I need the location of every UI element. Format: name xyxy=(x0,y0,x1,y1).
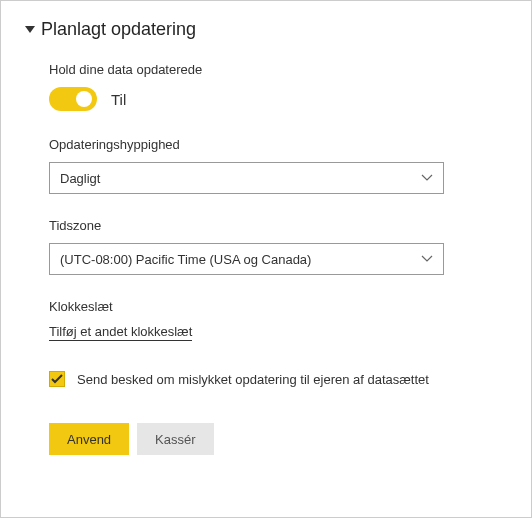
checkmark-icon xyxy=(51,374,63,384)
toggle-knob xyxy=(76,91,92,107)
chevron-down-icon xyxy=(421,255,433,263)
add-time-link[interactable]: Tilføj et andet klokkeslæt xyxy=(49,324,192,341)
timezone-label: Tidszone xyxy=(49,218,507,233)
discard-button[interactable]: Kassér xyxy=(137,423,213,455)
keep-data-toggle-row: Til xyxy=(49,87,507,111)
timezone-select-wrapper: (UTC-08:00) Pacific Time (USA og Canada) xyxy=(49,243,507,275)
frequency-select[interactable]: Dagligt xyxy=(49,162,444,194)
frequency-value: Dagligt xyxy=(60,171,100,186)
timezone-select[interactable]: (UTC-08:00) Pacific Time (USA og Canada) xyxy=(49,243,444,275)
section-title: Planlagt opdatering xyxy=(41,19,196,40)
keep-data-toggle[interactable] xyxy=(49,87,97,111)
section-header[interactable]: Planlagt opdatering xyxy=(25,19,507,40)
notification-row: Send besked om mislykket opdatering til … xyxy=(49,371,507,387)
chevron-down-icon xyxy=(421,174,433,182)
button-row: Anvend Kassér xyxy=(49,423,507,455)
collapse-triangle-icon xyxy=(25,26,35,33)
keep-data-label: Hold dine data opdaterede xyxy=(49,62,507,77)
timezone-value: (UTC-08:00) Pacific Time (USA og Canada) xyxy=(60,252,311,267)
notification-label: Send besked om mislykket opdatering til … xyxy=(77,372,429,387)
settings-content: Hold dine data opdaterede Til Opdatering… xyxy=(25,62,507,455)
frequency-select-wrapper: Dagligt xyxy=(49,162,507,194)
notification-checkbox[interactable] xyxy=(49,371,65,387)
toggle-state-label: Til xyxy=(111,91,126,108)
apply-button[interactable]: Anvend xyxy=(49,423,129,455)
time-label: Klokkeslæt xyxy=(49,299,507,314)
frequency-label: Opdateringshyppighed xyxy=(49,137,507,152)
